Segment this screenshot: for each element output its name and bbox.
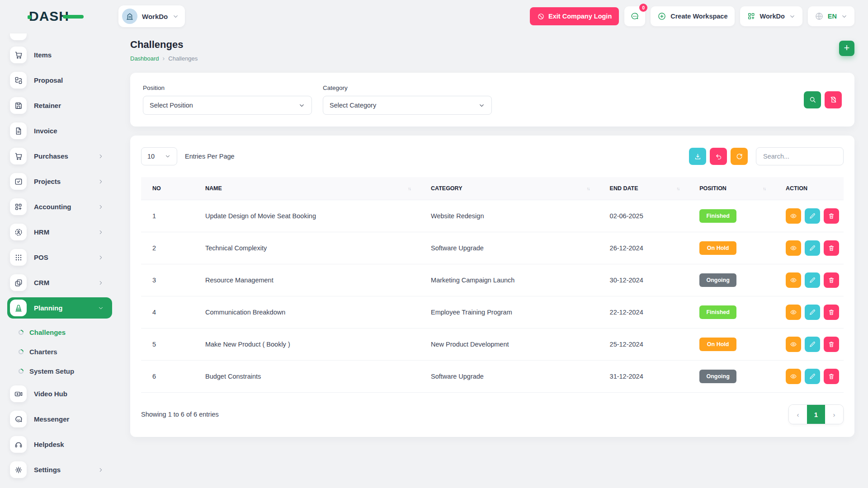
position-filter-select[interactable]: Select Position [143,96,312,115]
sidebar-subitem-challenges[interactable]: Challenges [7,323,118,342]
language-selector[interactable]: EN [808,6,854,26]
eye-icon [790,309,797,316]
sidebar-item-invoice[interactable]: Invoice [7,120,112,141]
messages-button[interactable]: 0 [624,6,645,26]
edit-button[interactable] [805,272,820,288]
sidebar-item-items[interactable]: Items [7,44,112,66]
cell-name: Resource Management [194,264,420,296]
workspace-name: WorkDo [142,13,168,20]
sidebar-item-purchases[interactable]: Purchases [7,145,112,167]
sidebar-item-planning[interactable]: Planning [7,297,112,319]
save-icon [10,97,27,114]
cell-action [774,232,844,264]
sidebar-item-crm[interactable]: CRM [7,272,112,293]
entries-per-page-value: 10 [147,153,155,160]
sidebar-item-label: HRM [34,228,49,236]
cell-position: Ongoing [688,264,774,296]
view-button[interactable] [786,305,801,320]
workspace-menu-label: WorkDo [760,13,785,20]
sidebar-item-video-hub[interactable]: Video Hub [7,383,112,404]
chat-icon [630,12,639,21]
pagination-next-button[interactable]: › [825,405,843,424]
position-filter-value: Select Position [150,102,193,109]
sidebar-item-retainer[interactable]: Retainer [7,95,112,116]
column-header-name: NAME [194,177,420,200]
exit-company-login-button[interactable]: Exit Company Login [530,7,619,25]
cell-category: Employee Training Program [420,296,599,328]
chevron-down-icon [789,13,796,20]
sidebar-item-helpdesk[interactable]: Helpdesk [7,434,112,455]
export-button[interactable] [689,148,706,165]
sidebar-item-label: Settings [34,466,61,474]
view-button[interactable] [786,240,801,256]
status-badge: Ongoing [699,370,736,383]
sidebar-subitem-charters[interactable]: Charters [7,342,118,361]
sidebar-item-messenger[interactable]: Messenger [7,408,112,430]
cell-name: Make New Product ( Bookly ) [194,328,420,361]
sidebar-item-proposal[interactable]: Proposal [7,70,112,91]
cell-position: Ongoing [688,361,774,393]
delete-button[interactable] [824,305,839,320]
sidebar-item-pos[interactable]: POS [7,247,112,268]
delete-button[interactable] [824,369,839,384]
status-badge: Finished [699,209,736,223]
view-button[interactable] [786,272,801,288]
undo-arrow-icon [715,153,722,160]
refresh-button[interactable] [731,148,748,165]
delete-button[interactable] [824,208,839,224]
delete-button[interactable] [824,337,839,352]
sidebar-subitem-label: Challenges [29,328,66,336]
view-button[interactable] [786,369,801,384]
edit-button[interactable] [805,369,820,384]
sidebar-item-projects[interactable]: Projects [7,171,112,192]
add-challenge-button[interactable] [839,41,854,56]
edit-button[interactable] [805,337,820,352]
sidebar-item-label: Proposal [34,76,63,84]
chevron-down-icon [298,102,305,109]
pagination-page-1[interactable]: 1 [807,405,825,424]
chevron-right-icon [98,153,104,160]
sidebar-item-hrm[interactable]: HRM [7,221,112,243]
sort-icon[interactable] [587,186,594,191]
chevron-right-icon [98,178,104,185]
cell-action [774,328,844,361]
brand-logo[interactable]: DASH [29,9,84,24]
create-workspace-label: Create Workspace [670,13,727,20]
sidebar-item-settings[interactable]: Settings [7,459,112,480]
breadcrumb-dashboard-link[interactable]: Dashboard [130,55,159,62]
sort-icon[interactable] [408,186,415,191]
cell-no: 5 [141,328,194,361]
sort-icon[interactable] [676,186,684,191]
pagination-prev-button[interactable]: ‹ [789,405,807,424]
sidebar-subitem-system-setup[interactable]: System Setup [7,361,118,381]
sidebar-item-accounting[interactable]: Accounting [7,196,112,217]
apply-filter-button[interactable] [804,91,821,108]
breadcrumb: Dashboard Challenges [130,55,198,62]
trash-icon [828,212,835,220]
undo-button[interactable] [710,148,727,165]
view-button[interactable] [786,337,801,352]
edit-button[interactable] [805,305,820,320]
delete-button[interactable] [824,240,839,256]
entries-per-page-label: Entries Per Page [185,153,235,160]
position-filter-label: Position [143,84,312,91]
create-workspace-button[interactable]: Create Workspace [651,6,734,26]
workspace-selector[interactable]: WorkDo [118,5,185,27]
sort-icon[interactable] [763,186,770,191]
edit-button[interactable] [805,240,820,256]
clear-filter-button[interactable] [825,91,842,108]
breadcrumb-separator-icon [163,55,165,62]
workspace-menu-button[interactable]: WorkDo [740,6,802,26]
entries-per-page-select[interactable]: 10 [141,147,177,165]
cell-name: Technical Complexity [194,232,420,264]
traffic-cone-icon [10,300,27,316]
swap-boxes-icon [10,72,27,89]
table-search-input[interactable] [756,147,844,165]
cell-category: Marketing Campaign Launch [420,264,599,296]
chevron-down-icon [172,13,179,20]
edit-button[interactable] [805,208,820,224]
status-badge: Finished [699,305,736,319]
category-filter-select[interactable]: Select Category [323,96,492,115]
delete-button[interactable] [824,272,839,288]
view-button[interactable] [786,208,801,224]
